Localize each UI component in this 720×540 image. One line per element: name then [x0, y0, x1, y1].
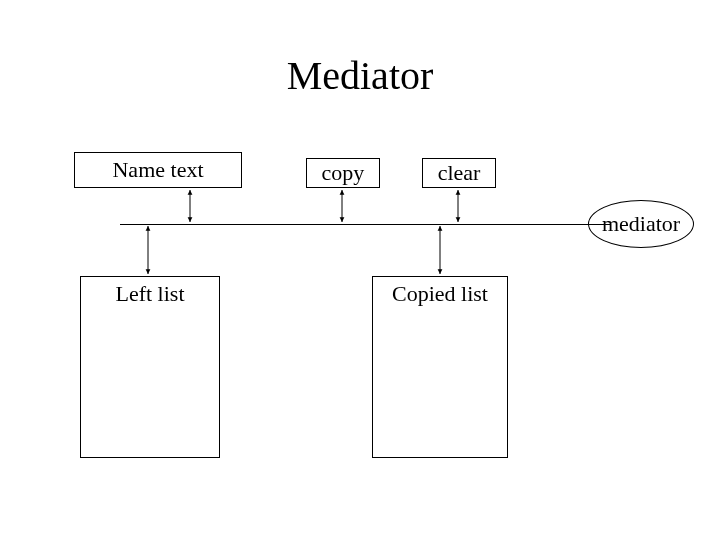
diagram-stage: Mediator Name text copy clear mediator L… — [0, 0, 720, 540]
left-list-box: Left list — [80, 276, 220, 458]
mediator-ellipse: mediator — [588, 200, 694, 248]
copy-label: copy — [322, 160, 365, 185]
diagram-title: Mediator — [0, 52, 720, 99]
name-text-label: Name text — [112, 157, 203, 182]
clear-box: clear — [422, 158, 496, 188]
copied-list-label: Copied list — [373, 281, 507, 307]
clear-label: clear — [438, 160, 481, 185]
copied-list-box: Copied list — [372, 276, 508, 458]
name-text-box: Name text — [74, 152, 242, 188]
copy-box: copy — [306, 158, 380, 188]
left-list-label: Left list — [81, 281, 219, 307]
mediator-label: mediator — [602, 211, 680, 237]
mediator-line — [120, 224, 610, 225]
